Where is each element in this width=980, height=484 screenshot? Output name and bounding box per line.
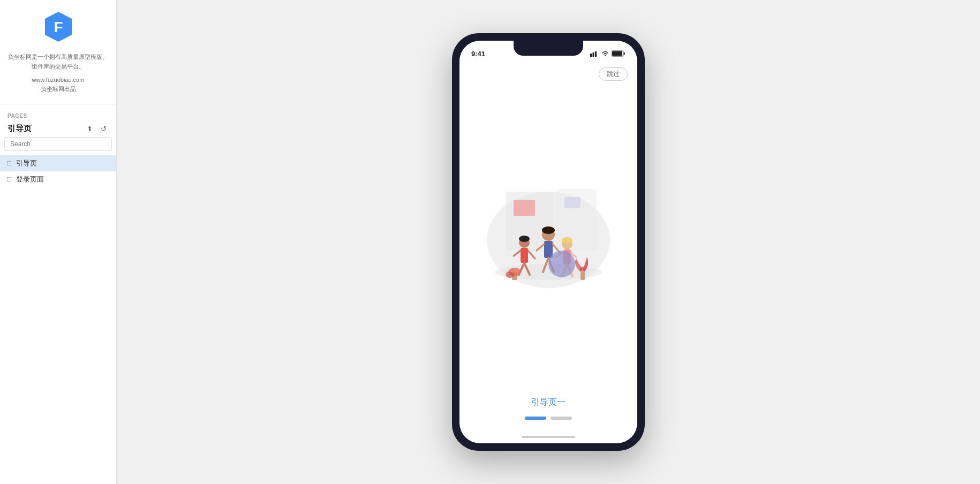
export-icon[interactable]: ⬆ xyxy=(84,123,95,134)
svg-rect-13 xyxy=(564,197,581,208)
illustration-svg xyxy=(473,160,623,309)
svg-rect-8 xyxy=(624,52,625,55)
main-area: 9:41 xyxy=(117,0,980,484)
pages-title: 引导页 xyxy=(7,124,32,134)
svg-rect-4 xyxy=(595,51,597,57)
phone-mockup: 9:41 xyxy=(452,33,645,451)
phone-content: 引导页一 xyxy=(459,397,637,436)
page-list: ☐ 引导页 ☐ 登录页面 xyxy=(0,155,116,187)
svg-rect-24 xyxy=(544,241,553,258)
svg-point-22 xyxy=(519,236,530,242)
svg-rect-41 xyxy=(581,272,585,280)
page-item-login[interactable]: ☐ 登录页面 xyxy=(0,171,116,187)
wifi-icon xyxy=(601,50,609,57)
svg-rect-3 xyxy=(593,52,594,57)
sidebar-divider xyxy=(0,104,116,104)
svg-rect-2 xyxy=(590,54,592,57)
page-label-guide: 引导页 xyxy=(16,158,37,168)
skip-button[interactable]: 跳过 xyxy=(599,67,628,81)
sidebar: F 负坐标网是一个拥有高质量原型模版、组件库的交易平台。 www.fuzuobi… xyxy=(0,0,117,484)
page-item-guide[interactable]: ☐ 引导页 xyxy=(0,155,116,171)
logo: F xyxy=(42,11,74,52)
svg-point-29 xyxy=(542,226,555,234)
svg-text:F: F xyxy=(54,19,63,35)
sidebar-brand: 负坐标网出品 xyxy=(41,85,76,93)
refresh-icon[interactable]: ↺ xyxy=(98,123,109,134)
phone-screen: 9:41 xyxy=(459,41,637,443)
svg-rect-17 xyxy=(521,248,528,263)
status-icons xyxy=(590,50,625,57)
page-icon-login: ☐ xyxy=(6,176,12,183)
home-bar xyxy=(522,436,575,438)
phone-notch xyxy=(514,41,583,56)
guide-page-title: 引导页一 xyxy=(470,397,627,408)
svg-point-42 xyxy=(579,267,586,272)
search-input[interactable] xyxy=(4,137,112,151)
svg-rect-12 xyxy=(514,200,535,216)
progress-dots xyxy=(470,417,627,420)
svg-point-5 xyxy=(605,55,606,56)
svg-point-36 xyxy=(562,237,572,244)
svg-point-37 xyxy=(548,251,575,277)
pages-section-label: PAGES xyxy=(0,110,116,121)
sidebar-url: www.fuzuobiao.com xyxy=(32,77,85,83)
signal-icon xyxy=(590,50,599,57)
status-time: 9:41 xyxy=(471,50,485,58)
illustration-area xyxy=(459,72,637,397)
svg-rect-7 xyxy=(612,51,622,56)
progress-dot-2 xyxy=(551,417,572,420)
pages-header: 引导页 ⬆ ↺ xyxy=(0,121,116,137)
sidebar-action-icons: ⬆ ↺ xyxy=(84,123,109,134)
progress-dot-1 xyxy=(525,417,546,420)
home-indicator xyxy=(459,436,637,443)
page-icon-guide: ☐ xyxy=(6,160,12,167)
page-label-login: 登录页面 xyxy=(16,175,44,184)
svg-point-40 xyxy=(506,271,514,278)
sidebar-description: 负坐标网是一个拥有高质量原型模版、组件库的交易平台。 xyxy=(0,52,116,71)
battery-icon xyxy=(612,50,625,57)
svg-rect-14 xyxy=(567,213,581,223)
